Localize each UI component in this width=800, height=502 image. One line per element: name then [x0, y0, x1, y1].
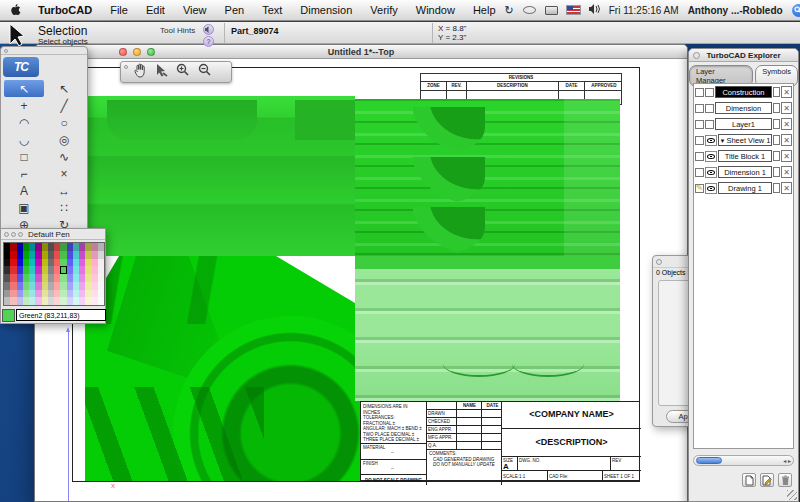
render-view-top-right[interactable] [355, 99, 620, 256]
point-tool[interactable]: + [4, 97, 44, 114]
select-move-icon[interactable] [155, 63, 168, 81]
volume-icon[interactable] [589, 4, 600, 16]
layer-color-box[interactable] [773, 183, 780, 193]
layer-visible-checkbox[interactable] [705, 88, 714, 97]
curve-tool[interactable]: ◡ [4, 131, 44, 148]
oval-status-icon[interactable] [523, 6, 536, 14]
pen-color-swatch[interactable] [98, 274, 104, 282]
visibility-cell[interactable] [705, 183, 717, 194]
menu-verify[interactable]: Verify [361, 4, 407, 16]
line-tool[interactable]: ╱ [44, 97, 84, 114]
help-button[interactable]: ? [203, 36, 214, 47]
zoom-out-icon[interactable] [198, 63, 212, 81]
layer-row[interactable]: Title Block 1 ✕ [694, 148, 793, 164]
layer-edit-checkbox[interactable] [695, 152, 704, 161]
visibility-cell[interactable] [705, 151, 717, 162]
select-arrow-tool[interactable]: ↖ [4, 80, 44, 97]
text-tool[interactable]: A [4, 182, 44, 199]
layer-delete-box[interactable]: ✕ [781, 134, 792, 146]
palette-dot[interactable] [18, 232, 23, 237]
zoom-in-icon[interactable] [176, 63, 190, 81]
layer-edit-checkbox[interactable] [695, 136, 704, 145]
layer-color-box[interactable] [773, 103, 780, 113]
new-layer-button[interactable] [742, 473, 756, 487]
visibility-cell[interactable] [705, 135, 717, 146]
edit-layer-button[interactable] [760, 473, 774, 487]
arc-tool[interactable]: ◠ [4, 114, 44, 131]
zoom-button[interactable] [147, 48, 155, 56]
layer-row[interactable]: ▼Sheet View 1 ✕ [694, 132, 793, 148]
menu-dimension[interactable]: Dimension [291, 4, 361, 16]
layer-delete-box[interactable]: ✕ [781, 118, 792, 130]
sync-icon[interactable]: ↻ [505, 5, 514, 16]
delete-layer-button[interactable] [778, 473, 792, 487]
menu-user[interactable]: Anthony ...-Robledo [688, 5, 783, 16]
layer-visible-checkbox[interactable] [705, 120, 714, 129]
pen-color-grid[interactable] [3, 242, 105, 306]
drawing-canvas[interactable]: REVISIONS ZONE REV. DESCRIPTION DATE APP… [35, 60, 687, 501]
pen-color-swatch[interactable] [98, 282, 104, 290]
palette-dot[interactable] [4, 232, 9, 237]
drawing-sheet[interactable]: REVISIONS ZONE REV. DESCRIPTION DATE APP… [72, 67, 640, 482]
layer-edit-checkbox[interactable] [695, 120, 704, 129]
layer-delete-box[interactable]: ✕ [781, 150, 792, 162]
render-view-bottom-right[interactable] [355, 256, 620, 401]
input-language-flag-icon[interactable] [567, 6, 580, 14]
layer-edit-checkbox[interactable] [695, 104, 704, 113]
menu-edit[interactable]: Edit [137, 4, 174, 16]
layer-name[interactable]: Title Block 1 [718, 150, 772, 162]
pen-color-swatch[interactable] [98, 259, 104, 267]
palette-dot[interactable] [11, 232, 16, 237]
window-title-bar[interactable]: Untitled 1*--Top [35, 45, 687, 59]
scrollbar-arrows[interactable]: ◂ ▸ [783, 457, 791, 465]
disclosure-triangle-icon[interactable]: ▼ [719, 138, 725, 144]
layer-color-box[interactable] [773, 87, 780, 97]
menu-file[interactable]: File [101, 4, 137, 16]
layer-edit-checkbox[interactable] [695, 88, 704, 97]
pen-color-swatch[interactable] [98, 243, 104, 251]
menu-turbocad[interactable]: TurboCAD [29, 4, 101, 16]
minimize-button[interactable] [133, 48, 141, 56]
layer-name[interactable]: Drawing 1 [718, 182, 772, 194]
render-view-top-left[interactable] [85, 96, 355, 256]
visibility-cell[interactable] [705, 167, 717, 178]
pen-palette-title-bar[interactable]: Default Pen [1, 229, 105, 240]
layer-visible-checkbox[interactable] [705, 104, 714, 113]
close-button[interactable] [119, 48, 127, 56]
panel-close-dot[interactable] [656, 259, 662, 265]
layer-row[interactable]: Construction ✕ [694, 84, 793, 100]
layer-row[interactable]: Dimension ✕ [694, 100, 793, 116]
open-select-arrow-tool[interactable]: ↖ [44, 80, 84, 97]
layer-edit-checkbox[interactable] [695, 168, 704, 177]
pen-color-swatch[interactable] [98, 266, 104, 274]
pan-hand-icon[interactable] [133, 63, 147, 82]
layer-color-box[interactable] [773, 119, 780, 129]
menu-clock[interactable]: Fri 11:25:16 AM [609, 5, 679, 16]
layer-name[interactable]: ▼Sheet View 1 [718, 134, 772, 146]
layer-row[interactable]: ✎ Drawing 1 ✕ [694, 180, 793, 196]
ellipse-tool[interactable]: ◎ [44, 131, 84, 148]
layer-delete-box[interactable]: ✕ [781, 86, 792, 98]
pen-color-swatch[interactable] [98, 290, 104, 298]
node-edit-tool[interactable]: ∷ [44, 199, 84, 216]
menu-view[interactable]: View [174, 4, 216, 16]
spline-tool[interactable]: ∿ [44, 148, 84, 165]
dimension-tool[interactable]: ↔ [44, 182, 84, 199]
toolbar-grip[interactable] [124, 65, 128, 69]
menu-pen[interactable]: Pen [216, 4, 254, 16]
resize-handle[interactable] [787, 490, 797, 500]
rectangle-tool[interactable]: □ [4, 148, 44, 165]
layer-name[interactable]: Dimension [715, 102, 772, 114]
layer-delete-box[interactable]: ✕ [781, 102, 792, 114]
layer-name[interactable]: Construction [715, 86, 772, 98]
circle-tool[interactable]: ○ [44, 114, 84, 131]
tool-hints-audio-button[interactable] [203, 24, 214, 35]
corner-tool[interactable]: ⌐ [4, 165, 44, 182]
layer-name[interactable]: Dimension 1 [718, 166, 772, 178]
explorer-title-bar[interactable]: TurboCAD Explorer [689, 49, 798, 62]
layer-color-box[interactable] [773, 167, 780, 177]
layer-row[interactable]: Layer1 ✕ [694, 116, 793, 132]
intersect-tool[interactable]: × [44, 165, 84, 182]
explorer-close-dot[interactable] [693, 52, 700, 59]
layer-row[interactable]: Dimension 1 ✕ [694, 164, 793, 180]
